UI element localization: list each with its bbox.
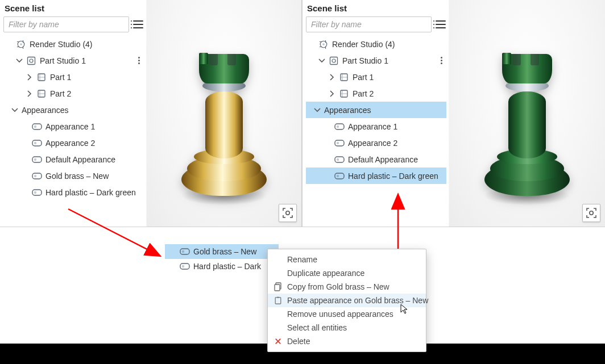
menu-rename[interactable]: Rename — [268, 253, 426, 266]
copy-icon — [274, 282, 282, 291]
menu-copy[interactable]: Copy from Gold brass – New — [268, 280, 426, 294]
appearance-context-menu: Rename Duplicate appearance Copy from Go… — [267, 249, 426, 352]
close-icon — [275, 338, 281, 345]
menu-delete[interactable]: Delete — [268, 334, 426, 348]
paste-icon — [274, 296, 282, 305]
menu-select-all[interactable]: Select all entities — [268, 321, 426, 334]
mouse-cursor-icon — [400, 304, 410, 314]
menu-duplicate[interactable]: Duplicate appearance — [268, 266, 426, 280]
